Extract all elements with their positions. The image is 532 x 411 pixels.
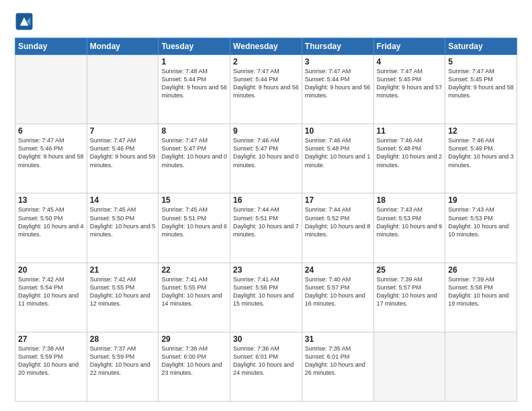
calendar-week-5: 27Sunrise: 7:38 AM Sunset: 5:59 PM Dayli… [15,332,517,401]
day-number: 22 [161,265,227,275]
day-number: 3 [305,57,371,66]
calendar-cell: 25Sunrise: 7:39 AM Sunset: 5:57 PM Dayli… [373,263,445,332]
calendar-cell: 15Sunrise: 7:45 AM Sunset: 5:51 PM Dayli… [159,193,230,263]
calendar-cell: 29Sunrise: 7:36 AM Sunset: 6:00 PM Dayli… [159,332,230,401]
day-number: 1 [161,57,227,66]
calendar-cell: 21Sunrise: 7:42 AM Sunset: 5:55 PM Dayli… [87,263,159,332]
day-number: 30 [233,334,299,344]
calendar-cell: 12Sunrise: 7:46 AM Sunset: 5:49 PM Dayli… [445,124,517,193]
day-number: 28 [90,334,156,344]
calendar-cell: 9Sunrise: 7:46 AM Sunset: 5:47 PM Daylig… [230,124,302,193]
day-number: 18 [377,195,443,205]
day-info: Sunrise: 7:47 AM Sunset: 5:44 PM Dayligh… [233,67,299,100]
day-info: Sunrise: 7:44 AM Sunset: 5:51 PM Dayligh… [233,205,299,238]
day-number: 17 [305,195,371,205]
day-number: 26 [448,265,514,275]
calendar-cell: 3Sunrise: 7:47 AM Sunset: 5:44 PM Daylig… [302,55,373,124]
day-info: Sunrise: 7:41 AM Sunset: 5:55 PM Dayligh… [161,275,227,308]
day-info: Sunrise: 7:35 AM Sunset: 6:01 PM Dayligh… [305,345,371,377]
day-info: Sunrise: 7:39 AM Sunset: 5:58 PM Dayligh… [448,275,514,308]
calendar-cell: 23Sunrise: 7:41 AM Sunset: 5:56 PM Dayli… [230,263,302,332]
calendar-week-1: 1Sunrise: 7:48 AM Sunset: 5:44 PM Daylig… [15,55,517,124]
day-number: 27 [18,334,84,344]
day-info: Sunrise: 7:45 AM Sunset: 5:50 PM Dayligh… [90,205,156,238]
calendar-cell: 28Sunrise: 7:37 AM Sunset: 5:59 PM Dayli… [87,332,159,401]
day-info: Sunrise: 7:46 AM Sunset: 5:49 PM Dayligh… [448,136,514,169]
day-number: 15 [161,195,227,205]
day-info: Sunrise: 7:43 AM Sunset: 5:53 PM Dayligh… [448,205,514,238]
logo-icon [15,12,34,31]
calendar-cell: 17Sunrise: 7:44 AM Sunset: 5:52 PM Dayli… [302,193,373,263]
day-info: Sunrise: 7:46 AM Sunset: 5:48 PM Dayligh… [377,136,443,169]
day-info: Sunrise: 7:37 AM Sunset: 5:59 PM Dayligh… [90,345,156,377]
day-number: 19 [448,195,514,205]
calendar-cell [373,332,445,401]
day-info: Sunrise: 7:36 AM Sunset: 6:01 PM Dayligh… [233,345,299,377]
day-number: 24 [305,265,371,275]
calendar-table: SundayMondayTuesdayWednesdayThursdayFrid… [15,38,517,402]
calendar-cell: 4Sunrise: 7:47 AM Sunset: 5:45 PM Daylig… [373,55,445,124]
day-header-tuesday: Tuesday [159,38,230,55]
calendar-cell: 8Sunrise: 7:47 AM Sunset: 5:47 PM Daylig… [159,124,230,193]
calendar-cell: 10Sunrise: 7:46 AM Sunset: 5:48 PM Dayli… [302,124,373,193]
calendar-cell: 7Sunrise: 7:47 AM Sunset: 5:46 PM Daylig… [87,124,159,193]
day-number: 2 [233,57,299,66]
calendar-cell [445,332,517,401]
calendar-cell: 2Sunrise: 7:47 AM Sunset: 5:44 PM Daylig… [230,55,302,124]
day-number: 11 [377,126,443,136]
calendar-week-2: 6Sunrise: 7:47 AM Sunset: 5:46 PM Daylig… [15,124,517,193]
day-header-friday: Friday [373,38,445,55]
day-info: Sunrise: 7:42 AM Sunset: 5:54 PM Dayligh… [18,275,84,308]
day-number: 13 [18,195,84,205]
day-info: Sunrise: 7:47 AM Sunset: 5:45 PM Dayligh… [377,67,443,100]
calendar-cell: 14Sunrise: 7:45 AM Sunset: 5:50 PM Dayli… [87,193,159,263]
day-info: Sunrise: 7:45 AM Sunset: 5:51 PM Dayligh… [161,205,227,238]
calendar-cell: 26Sunrise: 7:39 AM Sunset: 5:58 PM Dayli… [445,263,517,332]
calendar-cell: 18Sunrise: 7:43 AM Sunset: 5:53 PM Dayli… [373,193,445,263]
calendar-cell [15,55,87,124]
day-info: Sunrise: 7:47 AM Sunset: 5:46 PM Dayligh… [90,136,156,169]
day-number: 8 [161,126,227,136]
day-number: 12 [448,126,514,136]
day-header-saturday: Saturday [445,38,517,55]
day-number: 6 [18,126,84,136]
calendar-cell: 19Sunrise: 7:43 AM Sunset: 5:53 PM Dayli… [445,193,517,263]
day-info: Sunrise: 7:40 AM Sunset: 5:57 PM Dayligh… [305,275,371,308]
calendar-cell: 6Sunrise: 7:47 AM Sunset: 5:46 PM Daylig… [15,124,87,193]
calendar-cell: 30Sunrise: 7:36 AM Sunset: 6:01 PM Dayli… [230,332,302,401]
day-number: 25 [377,265,443,275]
day-info: Sunrise: 7:47 AM Sunset: 5:47 PM Dayligh… [161,136,227,169]
calendar-cell: 31Sunrise: 7:35 AM Sunset: 6:01 PM Dayli… [302,332,373,401]
day-info: Sunrise: 7:43 AM Sunset: 5:53 PM Dayligh… [377,205,443,238]
day-number: 7 [90,126,156,136]
calendar-cell [87,55,159,124]
day-number: 14 [90,195,156,205]
day-info: Sunrise: 7:39 AM Sunset: 5:57 PM Dayligh… [377,275,443,308]
calendar-cell: 1Sunrise: 7:48 AM Sunset: 5:44 PM Daylig… [159,55,230,124]
calendar-week-4: 20Sunrise: 7:42 AM Sunset: 5:54 PM Dayli… [15,263,517,332]
day-number: 23 [233,265,299,275]
calendar-cell: 22Sunrise: 7:41 AM Sunset: 5:55 PM Dayli… [159,263,230,332]
calendar-header-row: SundayMondayTuesdayWednesdayThursdayFrid… [15,38,517,55]
day-number: 29 [161,334,227,344]
day-info: Sunrise: 7:47 AM Sunset: 5:44 PM Dayligh… [305,67,371,100]
day-info: Sunrise: 7:47 AM Sunset: 5:46 PM Dayligh… [18,136,84,169]
day-info: Sunrise: 7:47 AM Sunset: 5:45 PM Dayligh… [448,67,514,100]
day-number: 10 [305,126,371,136]
day-info: Sunrise: 7:48 AM Sunset: 5:44 PM Dayligh… [161,67,227,100]
calendar-cell: 20Sunrise: 7:42 AM Sunset: 5:54 PM Dayli… [15,263,87,332]
page: SundayMondayTuesdayWednesdayThursdayFrid… [0,0,532,411]
day-header-thursday: Thursday [302,38,373,55]
calendar-cell: 27Sunrise: 7:38 AM Sunset: 5:59 PM Dayli… [15,332,87,401]
calendar-week-3: 13Sunrise: 7:45 AM Sunset: 5:50 PM Dayli… [15,193,517,263]
day-number: 20 [18,265,84,275]
day-info: Sunrise: 7:36 AM Sunset: 6:00 PM Dayligh… [161,345,227,377]
day-info: Sunrise: 7:41 AM Sunset: 5:56 PM Dayligh… [233,275,299,308]
day-number: 16 [233,195,299,205]
calendar-cell: 13Sunrise: 7:45 AM Sunset: 5:50 PM Dayli… [15,193,87,263]
day-number: 21 [90,265,156,275]
day-header-wednesday: Wednesday [230,38,302,55]
calendar-cell: 24Sunrise: 7:40 AM Sunset: 5:57 PM Dayli… [302,263,373,332]
calendar-cell: 5Sunrise: 7:47 AM Sunset: 5:45 PM Daylig… [445,55,517,124]
day-info: Sunrise: 7:42 AM Sunset: 5:55 PM Dayligh… [90,275,156,308]
